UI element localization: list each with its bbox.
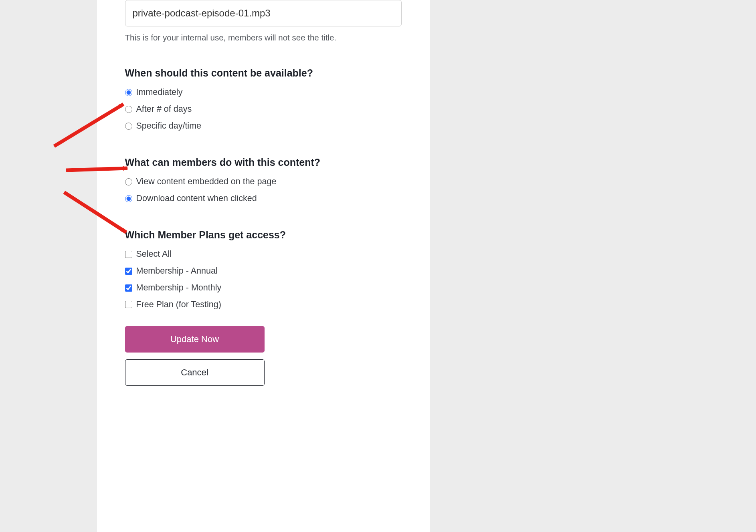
availability-label: Specific day/time <box>136 121 202 132</box>
plan-free-testing[interactable]: Free Plan (for Testing) <box>125 299 402 310</box>
member-action-radio-download[interactable] <box>125 195 132 202</box>
plan-checkbox-annual[interactable] <box>125 268 132 275</box>
title-help-text: This is for your internal use, members w… <box>125 33 402 42</box>
plan-label: Select All <box>136 249 172 260</box>
cancel-button[interactable]: Cancel <box>125 359 265 386</box>
availability-heading: When should this content be available? <box>125 67 402 79</box>
availability-radio-specific-day[interactable] <box>125 123 132 130</box>
update-now-button[interactable]: Update Now <box>125 326 265 353</box>
availability-label: Immediately <box>136 87 183 98</box>
availability-radio-immediately[interactable] <box>125 89 132 96</box>
plan-annual[interactable]: Membership - Annual <box>125 266 402 277</box>
availability-option-after-days[interactable]: After # of days <box>125 104 402 115</box>
title-input[interactable] <box>125 0 402 26</box>
member-action-label: Download content when clicked <box>136 193 257 204</box>
plan-checkbox-select-all[interactable] <box>125 251 132 258</box>
plan-label: Membership - Monthly <box>136 282 222 294</box>
form-panel: This is for your internal use, members w… <box>97 0 430 532</box>
member-action-view-embedded[interactable]: View content embedded on the page <box>125 176 402 187</box>
plan-checkbox-free[interactable] <box>125 301 132 308</box>
plan-checkbox-monthly[interactable] <box>125 284 132 292</box>
plan-label: Free Plan (for Testing) <box>136 299 221 310</box>
availability-option-immediately[interactable]: Immediately <box>125 87 402 98</box>
availability-label: After # of days <box>136 104 192 115</box>
member-action-label: View content embedded on the page <box>136 176 277 187</box>
plans-heading: Which Member Plans get access? <box>125 229 402 241</box>
plan-label: Membership - Annual <box>136 266 218 277</box>
plan-monthly[interactable]: Membership - Monthly <box>125 282 402 294</box>
member-action-download[interactable]: Download content when clicked <box>125 193 402 204</box>
availability-radio-after-days[interactable] <box>125 106 132 113</box>
member-action-radio-view[interactable] <box>125 178 132 185</box>
availability-option-specific-day[interactable]: Specific day/time <box>125 121 402 132</box>
plan-select-all[interactable]: Select All <box>125 249 402 260</box>
member-action-heading: What can members do with this content? <box>125 157 402 168</box>
